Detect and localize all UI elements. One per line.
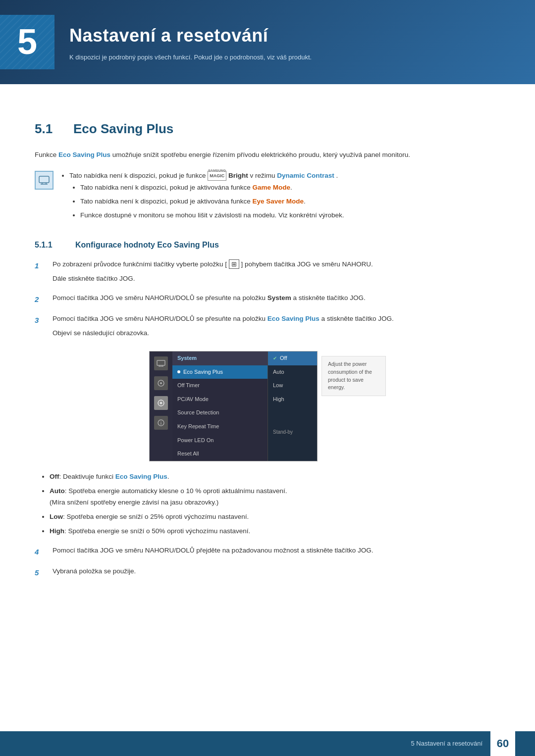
submenu-standby: Stand-by [268, 426, 317, 439]
steps-after-container: 4 Pomocí tlačítka JOG ve směru NAHORU/DO… [35, 545, 500, 579]
footer: 5 Nastavení a resetování 60 [0, 731, 535, 756]
submenu-off: ✔ Off [268, 352, 317, 365]
note-item-3: Tato nabídka není k dispozici, pokud je … [80, 196, 344, 207]
header-text-block: Nastavení a resetování K dispozici je po… [69, 21, 312, 63]
monitor-submenu: ✔ Off Auto Low High Stand-by [268, 352, 317, 461]
option-low: Low: Spotřeba energie se sníží o 25% opr… [50, 511, 500, 523]
header-title: Nastavení a resetování [69, 21, 312, 50]
submenu-low: Low [268, 379, 317, 393]
monitor-ui: i System Eco Saving Plus Off Timer PC/AV… [149, 351, 318, 461]
svg-point-9 [160, 382, 162, 384]
svg-rect-0 [39, 176, 49, 183]
intro-bold: Eco Saving Plus [58, 151, 110, 158]
intro-text-after: umožňuje snížit spotřebu energie řízením… [110, 151, 410, 158]
option-off: Off: Deaktivuje funkci Eco Saving Plus. [50, 471, 500, 483]
chapter-number: 5 [17, 13, 37, 70]
sidebar-icon-info: i [154, 416, 168, 430]
svg-text:i: i [160, 421, 162, 426]
samsung-magic-icon: SAMSUNG MAGIC [208, 171, 226, 181]
menu-item-resetall: Reset All [172, 447, 268, 461]
menu-item-eco: Eco Saving Plus [172, 365, 268, 379]
section-51-title: Eco Saving Plus [73, 119, 173, 140]
screenshot-box: i System Eco Saving Plus Off Timer PC/AV… [149, 351, 386, 461]
intro-paragraph: Funkce Eco Saving Plus umožňuje snížit s… [35, 150, 500, 161]
subsection-511-heading: 5.1.1 Konfigurace hodnoty Eco Saving Plu… [35, 239, 500, 252]
menu-item-offtimer: Off Timer [172, 379, 268, 393]
header-subtitle: K dispozici je podrobný popis všech funk… [69, 52, 312, 63]
sidebar-icon-picture [154, 376, 168, 390]
monitor-main-menu: System Eco Saving Plus Off Timer PC/AV M… [172, 352, 268, 461]
note-icon [35, 171, 54, 190]
main-content: 5.1 Eco Saving Plus Funkce Eco Saving Pl… [0, 84, 535, 616]
subsection-511-number: 5.1.1 [35, 239, 69, 252]
option-auto: Auto: Spotřeba energie automaticky klesn… [50, 486, 500, 508]
notes-area: Tato nabídka není k dispozici, pokud je … [35, 170, 500, 224]
note-item-1: Tato nabídka není k dispozici, pokud je … [69, 170, 344, 222]
step-3-sub: Objeví se následující obrazovka. [53, 328, 500, 339]
step1-icon: ⊞ [229, 259, 239, 269]
step-4: 4 Pomocí tlačítka JOG ve směru NAHORU/DO… [35, 545, 500, 558]
step-2: 2 Pomocí tlačítka JOG ve směru NAHORU/DO… [35, 293, 500, 305]
subsection-511-title: Konfigurace hodnoty Eco Saving Plus [75, 239, 219, 252]
section-51-heading: 5.1 Eco Saving Plus [35, 119, 500, 140]
sub-notes: Tato nabídka není k dispozici, pokud je … [69, 182, 344, 222]
svg-rect-4 [157, 360, 165, 365]
section-51-number: 5.1 [35, 119, 64, 140]
menu-item-source: Source Detection [172, 406, 268, 420]
footer-page-number: 60 [490, 731, 515, 756]
note-item-4: Funkce dostupné v monitoru se mohou liši… [80, 209, 344, 221]
svg-point-11 [160, 402, 162, 404]
chapter-number-box: 5 [0, 15, 54, 69]
options-list: Off: Deaktivuje funkci Eco Saving Plus. … [35, 471, 500, 537]
footer-text: 5 Nastavení a resetování [411, 739, 482, 749]
intro-text-before: Funkce [35, 151, 58, 158]
screenshot-note: Adjust the power consumption of the prod… [321, 356, 386, 396]
menu-item-powerled: Power LED On [172, 434, 268, 448]
submenu-high: High [268, 393, 317, 406]
menu-item-keyrepeat: Key Repeat Time [172, 420, 268, 434]
note-item-2: Tato nabídka není k dispozici, pokud je … [80, 182, 344, 194]
menu-header: System [172, 352, 268, 365]
monitor-sidebar: i [150, 352, 172, 461]
steps-container: 1 Po zobrazení průvodce funkčními tlačít… [35, 259, 500, 339]
step-5: 5 Vybraná položka se použije. [35, 566, 500, 579]
header-banner: 5 Nastavení a resetování K dispozici je … [0, 0, 535, 84]
screenshot-container: i System Eco Saving Plus Off Timer PC/AV… [35, 351, 500, 461]
notes-list: Tato nabídka není k dispozici, pokud je … [60, 170, 344, 224]
option-high: High: Spotřeba energie se sníží o 50% op… [50, 526, 500, 537]
sidebar-icon-system [154, 396, 168, 410]
step-3: 3 Pomocí tlačítka JOG ve směru NAHORU/DO… [35, 313, 500, 339]
sidebar-icon-display [154, 356, 168, 370]
step-1: 1 Po zobrazení průvodce funkčními tlačít… [35, 259, 500, 285]
step-1-sub: Dále stiskněte tlačítko JOG. [53, 273, 500, 285]
menu-item-pcav: PC/AV Mode [172, 393, 268, 406]
submenu-auto: Auto [268, 365, 317, 379]
